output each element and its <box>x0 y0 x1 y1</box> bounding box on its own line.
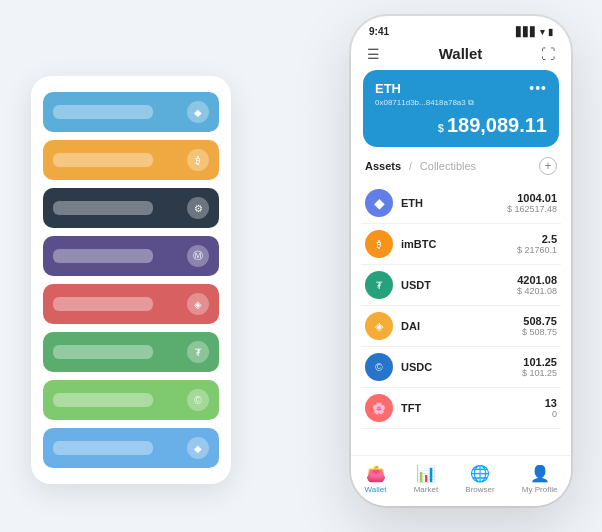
wallet-nav-icon: 👛 <box>366 464 386 483</box>
nav-item-profile[interactable]: 👤 My Profile <box>522 464 558 494</box>
asset-amount: 508.75 <box>522 315 557 327</box>
card-icon: ₿ <box>187 149 209 171</box>
scene: ◆ ₿ ⚙ Ⓜ ◈ ₮ © ◆ <box>21 16 581 516</box>
card-bar <box>53 441 153 455</box>
asset-amount: 13 <box>545 397 557 409</box>
wallet-nav-label: Wallet <box>365 485 387 494</box>
assets-header: Assets / Collectibles + <box>351 157 571 183</box>
eth-card-menu[interactable]: ••• <box>529 80 547 96</box>
eth-card-balance: $189,089.11 <box>375 114 547 137</box>
card-bar <box>53 345 153 359</box>
usdc-icon: © <box>365 353 393 381</box>
asset-name: imBTC <box>401 238 517 250</box>
asset-name: DAI <box>401 320 522 332</box>
asset-name: USDT <box>401 279 517 291</box>
table-row[interactable]: ◆ ETH 1004.01 $ 162517.48 <box>361 183 561 224</box>
asset-name: ETH <box>401 197 507 209</box>
tab-collectibles[interactable]: Collectibles <box>420 160 476 172</box>
asset-amounts: 101.25 $ 101.25 <box>522 356 557 378</box>
asset-usd: $ 101.25 <box>522 368 557 378</box>
asset-usd: $ 4201.08 <box>517 286 557 296</box>
table-row[interactable]: ₿ imBTC 2.5 $ 21760.1 <box>361 224 561 265</box>
asset-list: ◆ ETH 1004.01 $ 162517.48 ₿ imBTC 2.5 $ … <box>351 183 571 455</box>
asset-amount: 1004.01 <box>507 192 557 204</box>
market-nav-icon: 📊 <box>416 464 436 483</box>
asset-amount: 101.25 <box>522 356 557 368</box>
asset-amount: 2.5 <box>517 233 557 245</box>
wifi-icon: ▾ <box>540 27 545 37</box>
table-row[interactable]: ₮ USDT 4201.08 $ 4201.08 <box>361 265 561 306</box>
list-item[interactable]: ₮ <box>43 332 219 372</box>
card-icon: © <box>187 389 209 411</box>
card-bar <box>53 393 153 407</box>
list-item[interactable]: ◆ <box>43 428 219 468</box>
list-item[interactable]: © <box>43 380 219 420</box>
add-asset-button[interactable]: + <box>539 157 557 175</box>
phone-frame: 9:41 ▋▋▋ ▾ ▮ ☰ Wallet ⛶ ETH ••• 0x08711d… <box>351 16 571 506</box>
asset-amount: 4201.08 <box>517 274 557 286</box>
asset-amounts: 4201.08 $ 4201.08 <box>517 274 557 296</box>
page-title: Wallet <box>439 45 483 62</box>
signal-icon: ▋▋▋ <box>516 27 537 37</box>
phone-body: ETH ••• 0x08711d3b...8418a78a3 ⧉ $189,08… <box>351 70 571 506</box>
asset-usd: $ 508.75 <box>522 327 557 337</box>
browser-nav-label: Browser <box>465 485 494 494</box>
tab-assets[interactable]: Assets <box>365 160 401 172</box>
card-bar <box>53 201 153 215</box>
card-bar <box>53 249 153 263</box>
asset-usd: $ 21760.1 <box>517 245 557 255</box>
eth-icon: ◆ <box>365 189 393 217</box>
asset-amounts: 508.75 $ 508.75 <box>522 315 557 337</box>
menu-icon[interactable]: ☰ <box>367 46 380 62</box>
card-bar <box>53 105 153 119</box>
nav-item-market[interactable]: 📊 Market <box>414 464 438 494</box>
asset-name: TFT <box>401 402 545 414</box>
profile-nav-icon: 👤 <box>530 464 550 483</box>
imbtc-icon: ₿ <box>365 230 393 258</box>
eth-card[interactable]: ETH ••• 0x08711d3b...8418a78a3 ⧉ $189,08… <box>363 70 559 147</box>
card-stack: ◆ ₿ ⚙ Ⓜ ◈ ₮ © ◆ <box>31 76 231 484</box>
card-icon: ◆ <box>187 101 209 123</box>
card-icon: ◆ <box>187 437 209 459</box>
list-item[interactable]: ₿ <box>43 140 219 180</box>
usdt-icon: ₮ <box>365 271 393 299</box>
asset-usd: $ 162517.48 <box>507 204 557 214</box>
asset-amounts: 13 0 <box>545 397 557 419</box>
status-bar: 9:41 ▋▋▋ ▾ ▮ <box>351 16 571 41</box>
eth-card-label: ETH <box>375 81 401 96</box>
market-nav-label: Market <box>414 485 438 494</box>
card-bar <box>53 153 153 167</box>
assets-tabs: Assets / Collectibles <box>365 160 476 172</box>
table-row[interactable]: © USDC 101.25 $ 101.25 <box>361 347 561 388</box>
list-item[interactable]: ⚙ <box>43 188 219 228</box>
asset-name: USDC <box>401 361 522 373</box>
eth-card-header: ETH ••• <box>375 80 547 96</box>
list-item[interactable]: ◆ <box>43 92 219 132</box>
tab-divider: / <box>409 161 412 172</box>
bottom-nav: 👛 Wallet 📊 Market 🌐 Browser 👤 My Profile <box>351 455 571 506</box>
list-item[interactable]: ◈ <box>43 284 219 324</box>
copy-icon[interactable]: ⧉ <box>468 98 474 107</box>
profile-nav-label: My Profile <box>522 485 558 494</box>
asset-amounts: 1004.01 $ 162517.48 <box>507 192 557 214</box>
card-icon: Ⓜ <box>187 245 209 267</box>
list-item[interactable]: Ⓜ <box>43 236 219 276</box>
phone-header: ☰ Wallet ⛶ <box>351 41 571 70</box>
card-bar <box>53 297 153 311</box>
browser-nav-icon: 🌐 <box>470 464 490 483</box>
nav-item-browser[interactable]: 🌐 Browser <box>465 464 494 494</box>
battery-icon: ▮ <box>548 27 553 37</box>
table-row[interactable]: ◈ DAI 508.75 $ 508.75 <box>361 306 561 347</box>
table-row[interactable]: 🌸 TFT 13 0 <box>361 388 561 429</box>
card-icon: ⚙ <box>187 197 209 219</box>
status-time: 9:41 <box>369 26 389 37</box>
asset-usd: 0 <box>545 409 557 419</box>
dai-icon: ◈ <box>365 312 393 340</box>
expand-icon[interactable]: ⛶ <box>541 46 555 62</box>
tft-icon: 🌸 <box>365 394 393 422</box>
status-icons: ▋▋▋ ▾ ▮ <box>516 27 553 37</box>
nav-item-wallet[interactable]: 👛 Wallet <box>365 464 387 494</box>
card-icon: ₮ <box>187 341 209 363</box>
eth-card-address: 0x08711d3b...8418a78a3 ⧉ <box>375 98 547 108</box>
card-icon: ◈ <box>187 293 209 315</box>
